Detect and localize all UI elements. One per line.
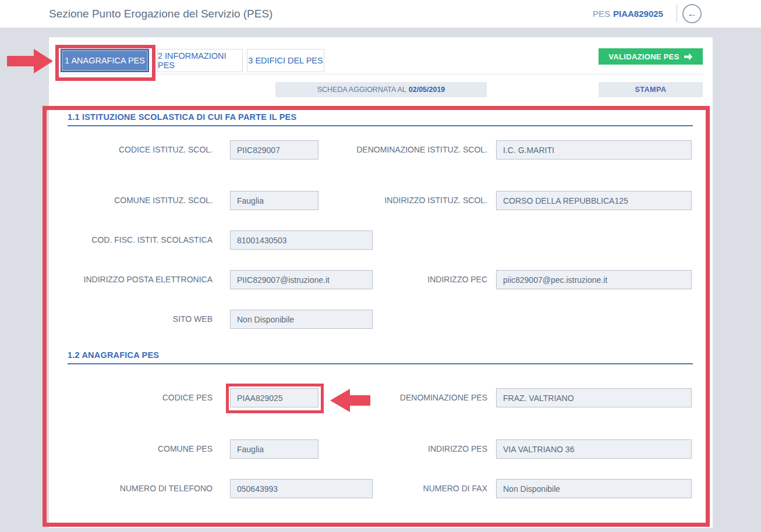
- numero-fax-field[interactable]: [496, 479, 692, 498]
- scheda-aggiornata-date: 02/05/2019: [409, 86, 445, 94]
- tab-anagrafica-pes[interactable]: 1 ANAGRAFICA PES: [61, 49, 149, 72]
- scheda-aggiornata-banner: SCHEDA AGGIORNATA AL 02/05/2019: [275, 82, 487, 97]
- codice-istituz-scol-label: CODICE ISTITUZ. SCOL.: [68, 140, 213, 159]
- cod-fisc-field[interactable]: [230, 230, 373, 250]
- validazione-pes-label: VALIDAZIONE PES: [608, 52, 679, 61]
- pes-code: PIAA829025: [613, 9, 663, 19]
- header-divider: [677, 5, 677, 23]
- arrow-right-icon: [684, 53, 693, 61]
- codice-istituz-scol-field[interactable]: [230, 140, 318, 159]
- cod-fisc-label: COD. FISC. ISTIT. SCOLASTICA: [68, 230, 213, 250]
- comune-pes-label: COMUNE PES: [68, 439, 213, 459]
- comune-pes-field[interactable]: [230, 439, 318, 459]
- denominazione-pes-field[interactable]: [496, 388, 692, 407]
- codice-pes-field[interactable]: [230, 388, 318, 407]
- indirizzo-pec-field[interactable]: [496, 270, 692, 289]
- form-row: COMUNE ISTITUZ. SCOL. INDIRIZZO ISTITUZ.…: [49, 191, 713, 210]
- section-1-1-title: 1.1 ISTITUZIONE SCOLASTICA DI CUI FA PAR…: [68, 112, 296, 122]
- numero-fax-label: NUMERO DI FAX: [344, 479, 487, 498]
- denominazione-istituz-scol-label: DENOMINAZIONE ISTITUZ. SCOL.: [344, 140, 487, 159]
- arrow-left-circle-icon: ←: [687, 8, 698, 19]
- stampa-button[interactable]: STAMPA: [599, 82, 703, 97]
- tab-informazioni-pes[interactable]: 2 INFORMAZIONI PES: [157, 49, 243, 72]
- indirizzo-istituz-scol-field[interactable]: [496, 191, 692, 210]
- form-row: CODICE PES DENOMINAZIONE PES: [49, 388, 713, 407]
- pes-label: PES: [593, 9, 610, 19]
- scheda-aggiornata-prefix: SCHEDA AGGIORNATA AL: [317, 86, 406, 94]
- denominazione-istituz-scol-field[interactable]: [496, 140, 692, 159]
- form-row: SITO WEB: [49, 310, 713, 329]
- content-card: 1 ANAGRAFICA PES 2 INFORMAZIONI PES 3 ED…: [49, 37, 713, 528]
- section-1-2-underline: [68, 363, 693, 364]
- indirizzo-pec-label: INDIRIZZO PEC: [344, 270, 487, 289]
- comune-istituz-scol-field[interactable]: [230, 191, 318, 210]
- section-1-1-underline: [68, 125, 693, 126]
- page-title: Sezione Punto Erogazione del Servizio (P…: [49, 0, 272, 27]
- section-1-2-title: 1.2 ANAGRAFICA PES: [68, 350, 159, 360]
- indirizzo-pes-field[interactable]: [496, 439, 692, 459]
- indirizzo-posta-elettronica-label: INDIRIZZO POSTA ELETTRONICA: [68, 270, 213, 289]
- denominazione-pes-label: DENOMINAZIONE PES: [344, 388, 487, 407]
- indirizzo-pes-label: INDIRIZZO PES: [344, 439, 487, 459]
- back-button[interactable]: ←: [682, 4, 702, 23]
- sito-web-label: SITO WEB: [68, 310, 213, 329]
- annotation-arrow-active-tab: [7, 48, 54, 74]
- tab-edifici-del-pes[interactable]: 3 EDIFICI DEL PES: [247, 49, 324, 72]
- form-row: CODICE ISTITUZ. SCOL. DENOMINAZIONE ISTI…: [49, 140, 713, 159]
- tabstrip-divider: [61, 74, 703, 75]
- validazione-pes-button[interactable]: VALIDAZIONE PES: [599, 48, 703, 65]
- sito-web-field[interactable]: [230, 310, 373, 329]
- form-row: INDIRIZZO POSTA ELETTRONICA INDIRIZZO PE…: [49, 270, 713, 289]
- codice-pes-label: CODICE PES: [68, 388, 213, 407]
- form-row: NUMERO DI TELEFONO NUMERO DI FAX: [49, 479, 713, 498]
- top-header-bar: Sezione Punto Erogazione del Servizio (P…: [0, 0, 761, 28]
- numero-telefono-label: NUMERO DI TELEFONO: [68, 479, 213, 498]
- form-row: COD. FISC. ISTIT. SCOLASTICA: [49, 230, 713, 250]
- form-row: COMUNE PES INDIRIZZO PES: [49, 439, 713, 459]
- indirizzo-istituz-scol-label: INDIRIZZO ISTITUZ. SCOL.: [344, 191, 487, 210]
- pes-code-chip: PESPIAA829025: [593, 0, 663, 27]
- comune-istituz-scol-label: COMUNE ISTITUZ. SCOL.: [68, 191, 213, 210]
